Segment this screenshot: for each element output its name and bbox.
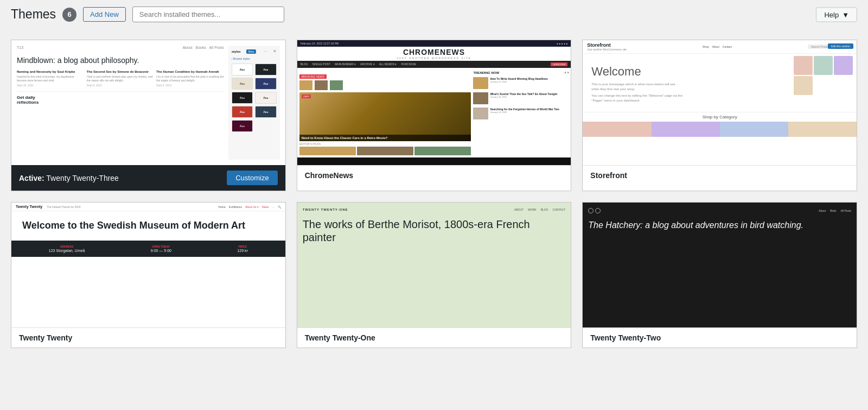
theme-card-twenty-twenty-one[interactable]: TWENTY TWENTY-ONE ABOUT WORK BLOG CONTAC…: [297, 202, 572, 348]
theme-card-chromenews[interactable]: February 14, 2022 12:07:16 PM ● ● ● ● ● …: [297, 40, 572, 191]
theme-card-twenty-twenty[interactable]: Twenty Twenty The Default Theme for 2020…: [11, 202, 286, 348]
active-label: Active: Twenty Twenty-Three: [19, 174, 119, 182]
search-input[interactable]: [132, 7, 284, 22]
help-button[interactable]: Help ▼: [816, 7, 857, 22]
theme-card-twenty-twenty-three[interactable]: T13 About Books All Posts Mindblown: a b…: [11, 40, 286, 191]
theme-footer-chromenews: ChromeNews: [297, 165, 571, 185]
theme-footer-twenty-twenty: Twenty Twenty: [11, 327, 285, 348]
theme-preview-twenty-twenty-three: T13 About Books All Posts Mindblown: a b…: [11, 40, 285, 165]
add-new-button[interactable]: Add New: [83, 7, 126, 22]
chevron-down-icon: ▼: [842, 10, 849, 18]
theme-preview-storefront: Storefront Just another WooCommerce site…: [583, 40, 857, 165]
theme-preview-twenty-twenty-two: About Birds All Posts The Hatchery: a bl…: [583, 203, 857, 327]
theme-preview-twenty-twenty-one: TWENTY TWENTY-ONE ABOUT WORK BLOG CONTAC…: [297, 203, 571, 327]
theme-card-twenty-twenty-two[interactable]: About Birds All Posts The Hatchery: a bl…: [582, 202, 857, 348]
theme-footer-storefront: Storefront: [583, 165, 857, 185]
page-title: Themes: [11, 7, 56, 22]
theme-footer-twenty-twenty-one: Twenty Twenty-One: [297, 327, 571, 348]
themes-grid: T13 About Books All Posts Mindblown: a b…: [0, 29, 868, 359]
theme-count-badge: 6: [62, 8, 76, 22]
page-header: Themes 6 Add New Help ▼: [0, 0, 868, 29]
theme-footer-twenty-twenty-two: Twenty Twenty-Two: [583, 327, 857, 348]
customize-button[interactable]: Customize: [227, 171, 277, 185]
theme-preview-chromenews: February 14, 2022 12:07:16 PM ● ● ● ● ● …: [297, 40, 571, 165]
theme-card-storefront[interactable]: Storefront Just another WooCommerce site…: [582, 40, 857, 191]
theme-active-footer: Active: Twenty Twenty-Three Customize: [11, 165, 285, 191]
theme-preview-twenty-twenty: Twenty Twenty The Default Theme for 2020…: [11, 203, 285, 327]
